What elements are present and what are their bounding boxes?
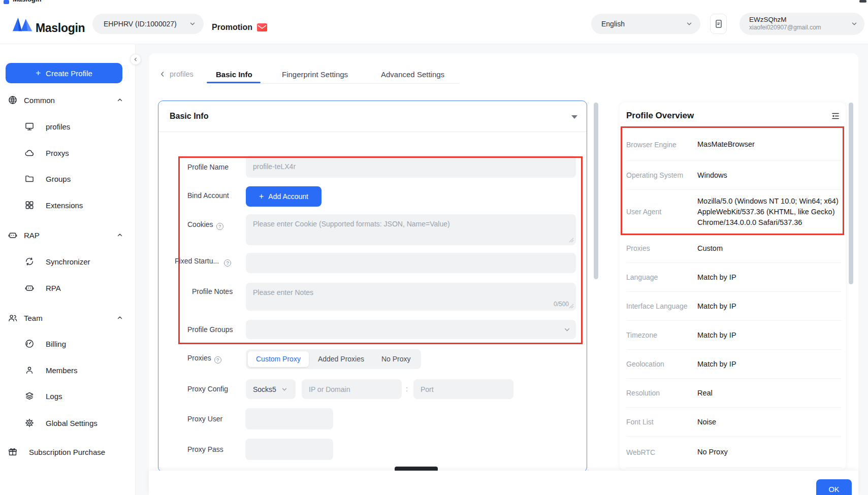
caret-down-icon[interactable] — [571, 115, 577, 119]
create-profile-button[interactable]: + Create Profile — [6, 63, 122, 83]
proxies-label: Proxies? — [187, 354, 221, 364]
chevron-left-icon — [159, 71, 166, 78]
profile-overview-title: Profile Overview — [626, 111, 694, 121]
sync-icon — [24, 256, 35, 267]
overview-row: ResolutionReal — [626, 379, 842, 408]
add-account-label: Add Account — [268, 192, 308, 201]
sidebar-item-billing[interactable]: Billing — [0, 333, 136, 355]
fixed-startup-label: Fixed Startu...? — [175, 257, 231, 267]
proxy-pass-input[interactable] — [245, 439, 333, 460]
proxy-option-added[interactable]: Added Proxies — [310, 351, 372, 367]
overview-row: TimezoneMatch by IP — [626, 321, 842, 350]
fixed-startup-input[interactable] — [246, 253, 576, 273]
bind-account-label: Bind Account — [187, 191, 229, 200]
robot-icon — [8, 230, 18, 240]
team-icon — [8, 313, 18, 323]
chevron-up-icon — [117, 232, 123, 238]
envelope-icon — [257, 23, 267, 31]
proxy-config-label: Proxy Config — [187, 385, 228, 393]
proxy-protocol-select[interactable]: Socks5 — [246, 379, 296, 399]
profile-overview-rows: Browser EngineMasMateBrowser Operating S… — [626, 128, 842, 468]
proxy-host-input[interactable] — [302, 379, 402, 399]
browser-tab-title: Maslogin — [13, 0, 41, 3]
sidebar-item-subscription-purchase[interactable]: Subscription Purchase — [0, 441, 136, 463]
tab-advanced-settings[interactable]: Advanced Settings — [381, 70, 444, 79]
chevron-up-icon — [117, 315, 123, 321]
brand-name: Maslogin — [36, 21, 85, 35]
sidebar-item-extensions[interactable]: Extensions — [0, 194, 136, 216]
proxy-user-input[interactable] — [245, 408, 333, 430]
sidebar-item-members[interactable]: Members — [0, 359, 136, 381]
add-account-button[interactable]: + Add Account — [246, 186, 322, 207]
proxy-user-label: Proxy User — [187, 415, 222, 423]
footer-bar — [149, 471, 858, 495]
proxy-port-input[interactable] — [413, 379, 513, 399]
collapse-panel-icon[interactable] — [831, 112, 840, 120]
document-button[interactable] — [710, 14, 727, 34]
workspace-selector[interactable]: EHPHRV (ID:1000027) — [92, 14, 204, 34]
sidebar-item-common[interactable]: Common — [0, 89, 136, 111]
proxy-option-custom[interactable]: Custom Proxy — [248, 351, 309, 367]
sidebar-item-rpa[interactable]: RPA — [0, 277, 136, 299]
breadcrumb: profiles — [170, 70, 194, 78]
help-icon: ? — [214, 356, 221, 364]
maslogin-logo — [13, 16, 32, 31]
profile-name-input[interactable] — [246, 155, 576, 178]
overview-row: Operating SystemWindows — [626, 161, 842, 190]
chevron-down-icon — [281, 386, 287, 392]
chevron-down-icon — [851, 21, 857, 27]
monitor-icon — [24, 121, 35, 131]
overview-row: LanguageMatch by IP — [626, 263, 842, 292]
promotion-link[interactable]: Promotion — [212, 23, 267, 32]
help-icon: ? — [224, 259, 231, 267]
cloud-icon — [24, 148, 35, 158]
gauge-icon — [24, 339, 35, 349]
plus-icon: + — [36, 68, 41, 78]
sidebar-item-team[interactable]: Team — [0, 307, 136, 329]
gift-icon — [8, 447, 18, 457]
chevron-down-icon — [686, 21, 692, 27]
sidebar-collapse-button[interactable] — [130, 54, 141, 65]
scrollbar-thumb[interactable] — [849, 103, 853, 284]
overview-row: Font ListNoise — [626, 408, 842, 437]
sidebar-item-rap[interactable]: RAP — [0, 224, 136, 246]
ok-button[interactable]: OK — [816, 479, 852, 495]
sidebar: + Create Profile Common profiles — [0, 44, 136, 495]
profile-notes-textarea[interactable] — [246, 283, 576, 311]
gear-icon — [24, 418, 35, 428]
cookies-textarea[interactable] — [246, 214, 576, 245]
tab-fingerprint-settings[interactable]: Fingerprint Settings — [282, 70, 348, 79]
sidebar-item-synchronizer[interactable]: Synchronizer — [0, 250, 136, 273]
overview-row: User AgentMozilla/5.0 (Windows NT 10.0; … — [626, 190, 842, 234]
cookies-label: Cookies? — [187, 220, 223, 230]
account-menu[interactable]: EWzSQhzM xiaofei020907@gmail.com — [740, 13, 864, 35]
sidebar-item-logs[interactable]: Logs — [0, 385, 136, 407]
account-email: xiaofei020907@gmail.com — [749, 24, 821, 31]
scrollbar-thumb[interactable] — [594, 103, 598, 279]
help-icon: ? — [216, 223, 223, 230]
folder-icon — [24, 174, 35, 184]
proxy-option-none[interactable]: No Proxy — [373, 351, 419, 367]
chevron-up-icon — [117, 97, 123, 103]
promotion-label: Promotion — [212, 23, 252, 32]
sidebar-item-profiles[interactable]: profiles — [0, 115, 136, 138]
language-label: English — [591, 20, 625, 28]
overview-row: Interface LanguageMatch by IP — [626, 292, 842, 321]
sidebar-item-proxys[interactable]: Proxys — [0, 142, 136, 164]
globe-icon — [8, 95, 18, 105]
create-profile-label: Create Profile — [46, 69, 92, 78]
active-tab-underline — [207, 82, 261, 83]
chevron-down-icon — [189, 21, 196, 27]
profile-groups-label: Profile Groups — [187, 325, 233, 334]
sidebar-item-global-settings[interactable]: Global Settings — [0, 412, 136, 434]
back-to-profiles[interactable]: profiles — [159, 70, 194, 78]
overview-row: WebRTCNo Proxy — [626, 437, 842, 468]
basic-info-collapse-header[interactable] — [158, 101, 587, 132]
tabs-divider — [207, 83, 460, 84]
language-selector[interactable]: English — [591, 14, 700, 34]
robot-icon — [24, 283, 35, 293]
sidebar-item-groups[interactable]: Groups — [0, 168, 136, 190]
account-name: EWzSQhzM — [749, 16, 787, 23]
profile-groups-select[interactable] — [246, 320, 576, 339]
tab-basic-info[interactable]: Basic Info — [216, 70, 252, 79]
